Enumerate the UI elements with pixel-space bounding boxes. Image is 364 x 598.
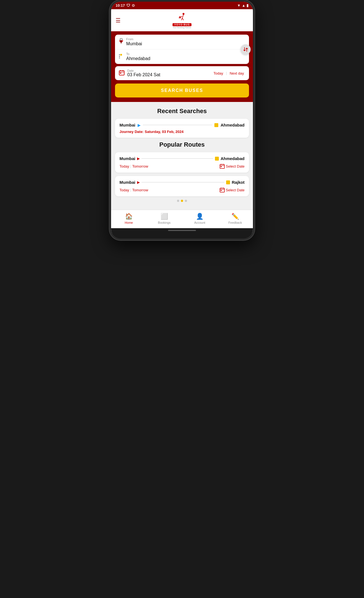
svg-point-11 [120,38,122,40]
popular-1-from: Mumbai [119,156,135,161]
menu-button[interactable]: ☰ [116,17,121,24]
to-field[interactable]: To Ahmedabad [115,49,249,64]
nav-bookings[interactable]: ⬜ Bookings [147,213,182,224]
popular-2-select-label: Select Date [226,188,245,192]
popular-1-cal-icon [220,164,225,169]
dot-2-active [181,200,183,202]
feedback-icon: ✏️ [231,213,239,220]
date-actions: Today | Next day [212,71,245,76]
home-bar [168,230,196,231]
recent-journey-date: Journey Date: Saturday, 03 Feb, 2024 [119,130,245,134]
date-divider: | [226,71,227,75]
to-icon [119,54,123,59]
svg-line-1 [182,15,183,18]
popular-1-arrow-icon: ▶ [137,156,140,161]
swap-button[interactable] [241,44,251,54]
nav-feedback-label: Feedback [228,221,242,224]
date-content: Date 03 Feb 2024 Sat [127,69,212,77]
svg-rect-14 [120,54,122,56]
nav-home[interactable]: 🏠 Home [111,213,147,224]
search-buses-button[interactable]: SEARCH BUSES [115,84,249,97]
popular-route-2-row: Mumbai ▶ Rajkot [119,180,245,185]
next-day-button[interactable]: Next day [229,71,245,76]
pagination-dots [115,200,249,202]
recent-searches-title: Recent Searches [115,108,249,115]
signal-icon: ▲ [242,3,245,8]
popular-route-2[interactable]: Mumbai ▶ Rajkot Today | Tomorrow [115,176,249,196]
popular-1-sep: | [130,164,131,168]
svg-point-13 [121,43,121,44]
notification-icon: ⊙ [132,3,135,8]
account-icon: 👤 [196,213,203,220]
recent-route-row: Mumbai ▶ Ahmedabad [119,123,245,127]
popular-2-today[interactable]: Today [119,188,129,192]
search-panel: From Mumbai To A [111,31,253,102]
popular-1-quick-dates: Today | Tomorrow [119,164,148,168]
svg-rect-23 [220,165,224,168]
screen: 10:17 🛡 ⊙ ▼ ▲ ▮ ☰ [111,2,253,233]
popular-route-1-row: Mumbai ▶ Ahmedabad [119,156,245,161]
to-content: To Ahmedabad [126,52,245,61]
popular-1-tomorrow[interactable]: Tomorrow [132,164,148,168]
svg-line-3 [182,18,183,20]
logo-svg [176,12,188,23]
from-content: From Mumbai [126,37,245,46]
popular-1-select-date[interactable]: Select Date [220,164,245,169]
from-field[interactable]: From Mumbai [115,35,249,49]
popular-2-select-date[interactable]: Select Date [220,187,245,192]
recent-to: Ahmedabad [221,123,245,127]
wifi-icon: ▼ [237,3,241,8]
popular-2-arrow-icon: ▶ [137,180,140,184]
nav-account[interactable]: 👤 Account [182,213,217,224]
svg-rect-7 [179,16,180,17]
from-icon [119,38,123,46]
from-label: From [126,37,245,41]
today-button[interactable]: Today [212,71,224,76]
to-label: To [126,52,245,56]
popular-2-from: Mumbai [119,180,135,185]
calendar-icon [119,70,124,77]
popular-1-select-label: Select Date [226,164,245,168]
svg-rect-22 [120,73,121,74]
popular-2-tomorrow[interactable]: Tomorrow [132,188,148,192]
popular-2-dest-icon [226,180,230,184]
nav-account-label: Account [194,221,205,224]
date-field[interactable]: Date 03 Feb 2024 Sat Today | Next day [115,66,249,80]
nav-bookings-label: Bookings [158,221,171,224]
popular-route-1[interactable]: Mumbai ▶ Ahmedabad Today | Tomorrow [115,152,249,173]
home-indicator-bar [111,228,253,233]
popular-1-dest-icon [215,157,219,161]
popular-1-today[interactable]: Today [119,164,129,168]
svg-rect-27 [221,166,222,167]
popular-2-cal-icon [220,187,225,192]
popular-2-quick-dates: Today | Tomorrow [119,188,148,192]
svg-point-0 [183,13,185,15]
nav-feedback[interactable]: ✏️ Feedback [217,213,253,224]
status-right: ▼ ▲ ▮ [237,3,248,8]
svg-rect-32 [221,190,222,191]
svg-point-16 [119,56,120,57]
popular-2-line [142,182,224,182]
popular-1-actions: Today | Tomorrow Select Date [119,164,245,169]
svg-point-17 [119,58,120,58]
recent-search-item[interactable]: Mumbai ▶ Ahmedabad Journey Date: Saturda… [115,119,249,138]
device-frame: 10:17 🛡 ⊙ ▼ ▲ ▮ ☰ [109,0,255,240]
svg-point-9 [180,18,181,18]
recent-from: Mumbai [119,123,135,127]
logo-tagline: Your Booking Partner [173,27,191,28]
svg-line-2 [181,18,182,20]
to-value: Ahmedabad [126,56,245,61]
time-display: 10:17 [116,3,125,8]
recent-route-line [143,125,212,125]
popular-2-actions: Today | Tomorrow Select Date [119,187,245,192]
popular-routes-title: Popular Routes [115,141,249,148]
status-left: 10:17 🛡 ⊙ [116,3,135,8]
main-content: Recent Searches Mumbai ▶ Ahmedabad Journ… [111,102,253,210]
popular-2-to: Rajkot [232,180,245,185]
home-icon: 🏠 [125,213,133,220]
date-value: 03 Feb 2024 Sat [127,72,212,77]
app-header: ☰ YOYO·BUS Your [111,9,253,31]
date-label: Date [127,69,212,72]
bottom-navigation: 🏠 Home ⬜ Bookings 👤 Account ✏️ Feedback [111,210,253,228]
app-logo: YOYO·BUS Your Booking Partner [173,12,191,28]
